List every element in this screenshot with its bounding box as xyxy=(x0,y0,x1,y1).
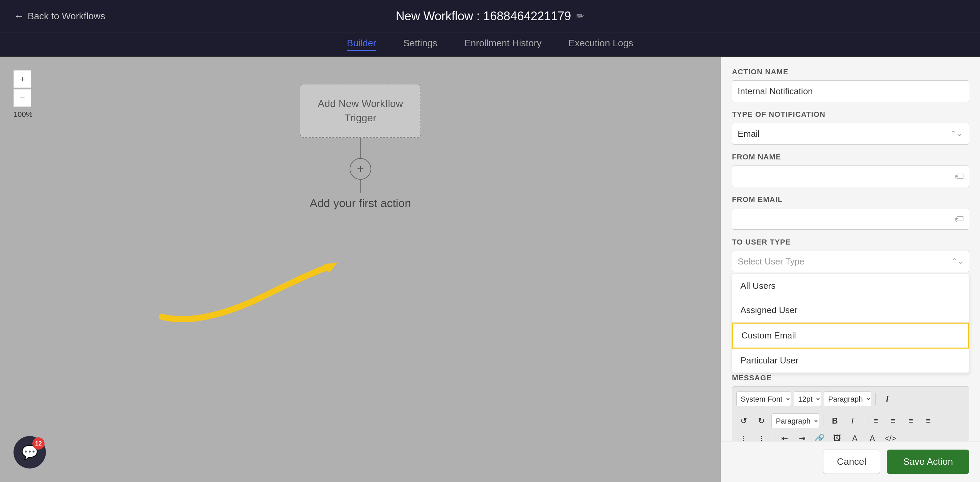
from-email-wrapper: 🏷 xyxy=(732,208,969,230)
add-action-button[interactable]: + xyxy=(350,158,371,180)
action-name-label: ACTION NAME xyxy=(732,67,969,77)
separator-3 xyxy=(864,415,864,427)
panel-body: ACTION NAME TYPE OF NOTIFICATION Email S… xyxy=(721,57,980,482)
chat-badge: 12 xyxy=(32,437,45,450)
chevron-updown-icon: ⌃⌄ xyxy=(951,257,964,266)
action-name-input[interactable] xyxy=(732,80,969,102)
arrow-annotation xyxy=(135,232,371,335)
from-email-label: FROM EMAIL xyxy=(732,195,969,204)
dropdown-item-all-users[interactable]: All Users xyxy=(732,274,969,298)
size-select[interactable]: 12pt xyxy=(794,391,821,406)
tag-icon: 🏷 xyxy=(955,171,964,182)
trigger-label: Add New Workflow Trigger xyxy=(307,97,414,125)
from-name-wrapper: 🏷 xyxy=(732,166,969,187)
format-select[interactable]: Paragraph xyxy=(824,391,871,406)
save-action-button[interactable]: Save Action xyxy=(887,450,969,474)
redo-button[interactable]: ↻ xyxy=(754,413,769,428)
tab-enrollment-history[interactable]: Enrollment History xyxy=(465,38,542,51)
cancel-button[interactable]: Cancel xyxy=(823,450,880,474)
tab-settings[interactable]: Settings xyxy=(403,38,438,51)
toolbar-row-1: System Font 12pt Paragraph I xyxy=(737,390,965,410)
italic-button[interactable]: I xyxy=(845,413,860,428)
zoom-level: 100% xyxy=(13,110,32,119)
right-panel: ACTION NAME TYPE OF NOTIFICATION Email S… xyxy=(721,57,980,482)
tab-bar: Builder Settings Enrollment History Exec… xyxy=(0,32,980,57)
tab-builder[interactable]: Builder xyxy=(347,38,376,51)
tab-execution-logs[interactable]: Execution Logs xyxy=(569,38,633,51)
workflow-canvas: + − 100% Add New Workflow Trigger + Add … xyxy=(0,57,721,482)
chat-widget[interactable]: 💬 12 xyxy=(13,436,46,469)
to-user-type-dropdown-container: Select User Type ⌃⌄ All Users Assigned U… xyxy=(732,251,969,272)
main-content: + − 100% Add New Workflow Trigger + Add … xyxy=(0,57,980,482)
type-of-notification-wrapper: Email SMS ⌃⌄ xyxy=(732,123,969,145)
undo-button[interactable]: ↺ xyxy=(737,413,751,428)
dropdown-item-particular-user[interactable]: Particular User xyxy=(732,349,969,373)
to-user-type-select[interactable]: Select User Type ⌃⌄ xyxy=(732,251,969,272)
align-right-button[interactable]: ≡ xyxy=(904,413,918,428)
align-center-button[interactable]: ≡ xyxy=(886,413,901,428)
canvas-content: Add New Workflow Trigger + Add your firs… xyxy=(300,84,421,210)
back-to-workflows-button[interactable]: ← Back to Workflows xyxy=(13,10,105,22)
header: ← Back to Workflows New Workflow : 16884… xyxy=(0,0,980,32)
type-of-notification-select[interactable]: Email SMS xyxy=(732,123,969,145)
dropdown-item-assigned-user[interactable]: Assigned User xyxy=(732,298,969,322)
zoom-out-button[interactable]: − xyxy=(13,89,31,107)
svg-marker-0 xyxy=(324,263,337,273)
connector-line-1 xyxy=(360,138,361,158)
workflow-name: New Workflow : 1688464221179 xyxy=(396,9,571,23)
message-label: MESSAGE xyxy=(732,373,969,382)
trigger-box[interactable]: Add New Workflow Trigger xyxy=(300,84,421,138)
connector-line-2 xyxy=(360,180,361,193)
separator xyxy=(875,393,876,405)
back-arrow-icon: ← xyxy=(13,10,24,22)
user-type-dropdown-menu: All Users Assigned User Custom Email Par… xyxy=(732,274,969,373)
to-user-type-placeholder: Select User Type xyxy=(738,256,805,267)
paragraph-select[interactable]: Paragraph xyxy=(772,413,819,428)
from-name-label: FROM NAME xyxy=(732,153,969,161)
panel-footer: Cancel Save Action xyxy=(721,441,980,482)
to-user-type-label: TO USER TYPE xyxy=(732,238,969,247)
toolbar-row-2: ↺ ↻ Paragraph B I ≡ ≡ ≡ ≡ xyxy=(737,412,965,429)
bold-button[interactable]: B xyxy=(827,413,842,428)
font-select[interactable]: System Font xyxy=(737,391,791,406)
align-left-button[interactable]: ≡ xyxy=(868,413,883,428)
from-name-input[interactable] xyxy=(732,166,969,187)
dropdown-item-custom-email[interactable]: Custom Email xyxy=(732,322,969,349)
back-label: Back to Workflows xyxy=(28,11,105,22)
first-action-label: Add your first action xyxy=(310,196,411,210)
type-of-notification-label: TYPE OF NOTIFICATION xyxy=(732,110,969,119)
edit-workflow-icon[interactable]: ✏ xyxy=(576,11,584,22)
align-justify-button[interactable]: ≡ xyxy=(921,413,936,428)
zoom-in-button[interactable]: + xyxy=(13,70,31,88)
zoom-controls: + − 100% xyxy=(13,70,32,119)
workflow-title: New Workflow : 1688464221179 ✏ xyxy=(396,9,584,23)
tag-icon-2: 🏷 xyxy=(955,214,964,225)
from-email-input[interactable] xyxy=(732,208,969,230)
italic-toggle-button[interactable]: I xyxy=(880,391,895,406)
